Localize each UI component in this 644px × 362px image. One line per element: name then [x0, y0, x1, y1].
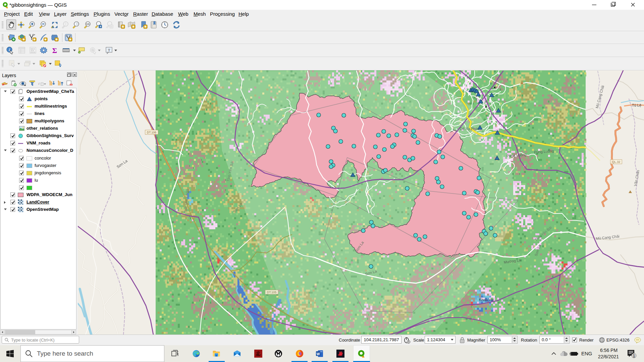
svg-text:✳: ✳	[121, 25, 124, 28]
svg-text:✳: ✳	[144, 25, 147, 28]
svg-text:✳: ✳	[55, 38, 58, 41]
svg-text:1:1: 1:1	[86, 23, 90, 25]
svg-text:Σ: Σ	[52, 46, 57, 54]
svg-text:✳: ✳	[44, 38, 47, 41]
svg-text:✳: ✳	[69, 38, 72, 41]
svg-text:1: 1	[633, 354, 635, 358]
svg-text:ε: ε	[38, 81, 40, 86]
svg-text:✳: ✳	[132, 25, 135, 28]
svg-text:T: T	[108, 48, 110, 52]
svg-text:✳: ✳	[22, 38, 25, 41]
svg-text:✳: ✳	[33, 38, 36, 41]
svg-text:W: W	[317, 352, 320, 356]
